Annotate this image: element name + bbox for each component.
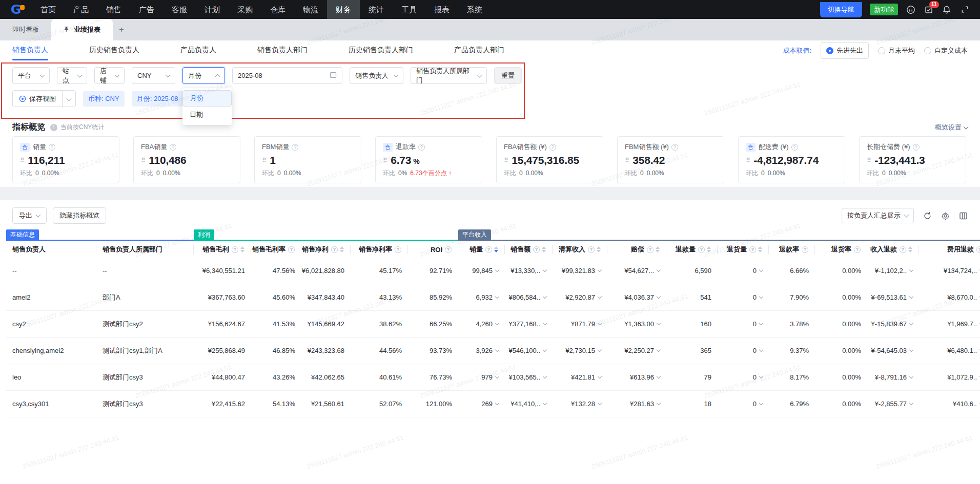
expand-chevron-icon[interactable] <box>598 294 602 299</box>
save-view-dropdown[interactable] <box>62 91 75 107</box>
new-feature-button[interactable]: 新功能 <box>870 4 898 15</box>
column-header-收入退款[interactable]: 收入退款 <box>867 245 919 254</box>
filter-select-CNY[interactable]: CNY <box>132 67 175 84</box>
column-settings-icon[interactable] <box>959 212 968 220</box>
help-circle-icon[interactable] <box>549 144 556 151</box>
nav-item-计划[interactable]: 计划 <box>196 0 229 19</box>
expand-chevron-icon[interactable] <box>598 268 602 272</box>
expand-chevron-icon[interactable] <box>543 294 547 299</box>
nav-item-销售[interactable]: 销售 <box>97 0 130 19</box>
nav-item-物流[interactable]: 物流 <box>294 0 327 19</box>
drag-handle-icon[interactable]: ⠿ <box>20 157 25 164</box>
nav-item-财务[interactable]: 财务 <box>327 0 360 19</box>
filter-select-销售负责人[interactable]: 销售负责人 <box>350 67 403 84</box>
subtab-历史销售负责人部门[interactable]: 历史销售负责人部门 <box>349 40 413 60</box>
expand-chevron-icon[interactable] <box>598 348 602 352</box>
nav-item-广告[interactable]: 广告 <box>130 0 163 19</box>
drag-handle-icon[interactable]: ⠿ <box>383 157 387 164</box>
expand-chevron-icon[interactable] <box>543 321 547 325</box>
menu-option-月份[interactable]: 月份 <box>182 90 232 107</box>
help-circle-icon[interactable] <box>976 246 980 253</box>
table-row-3[interactable]: chensiying,amei2测试部门csy1,部门A¥255,868.494… <box>6 338 980 364</box>
cost-option-月末平均[interactable]: 月末平均 <box>878 42 915 59</box>
expand-chevron-icon[interactable] <box>598 321 602 325</box>
switch-nav-button[interactable]: 切换导航 <box>820 2 862 17</box>
nav-item-产品[interactable]: 产品 <box>65 0 97 19</box>
expand-chevron-icon[interactable] <box>759 268 763 272</box>
help-circle-icon[interactable] <box>533 246 540 253</box>
filter-select-平台[interactable]: 平台 <box>12 67 50 84</box>
help-circle-icon[interactable] <box>232 246 238 253</box>
sort-icons[interactable] <box>758 246 762 252</box>
expand-chevron-icon[interactable] <box>759 374 763 378</box>
subtab-产品负责人部门[interactable]: 产品负责人部门 <box>454 40 504 60</box>
drag-handle-icon[interactable]: ⠿ <box>262 157 267 164</box>
help-circle-icon[interactable] <box>854 246 861 253</box>
column-header-销售毛利[interactable]: 销售毛利 <box>194 245 251 254</box>
column-header-退款率[interactable]: 退款率 <box>769 245 815 254</box>
column-header-销售额[interactable]: 销售额 <box>505 245 553 254</box>
expand-chevron-icon[interactable] <box>543 374 547 378</box>
help-circle-icon[interactable] <box>418 144 425 151</box>
nav-item-报表[interactable]: 报表 <box>425 0 458 19</box>
help-circle-icon[interactable] <box>900 246 906 253</box>
subtab-产品负责人[interactable]: 产品负责人 <box>180 40 216 60</box>
help-circle-icon[interactable] <box>698 246 705 253</box>
sort-icons[interactable] <box>494 246 498 252</box>
drag-handle-icon[interactable]: ⠿ <box>746 157 750 164</box>
settings-gear-icon[interactable] <box>941 212 950 220</box>
expand-chevron-icon[interactable] <box>909 321 913 325</box>
granularity-select[interactable]: 月份 <box>182 67 225 84</box>
drag-handle-icon[interactable]: ⠿ <box>625 157 629 164</box>
menu-option-日期[interactable]: 日期 <box>182 107 232 123</box>
hide-overview-button[interactable]: 隐藏指标概览 <box>53 207 106 224</box>
table-row-4[interactable]: leo测试部门csy3¥44,800.4743.26%¥42,062.6540.… <box>6 364 980 391</box>
help-circle-icon[interactable] <box>395 246 401 253</box>
expand-chevron-icon[interactable] <box>759 294 763 299</box>
column-header-退货量[interactable]: 退货量 <box>718 245 769 254</box>
help-circle-icon[interactable] <box>49 144 55 151</box>
expand-chevron-icon[interactable] <box>759 401 763 405</box>
fullscreen-icon[interactable] <box>959 5 970 15</box>
workspace-tab-即时看板[interactable]: 即时看板 <box>0 19 51 40</box>
column-header-退款量[interactable]: 退款量 <box>666 245 718 254</box>
expand-chevron-icon[interactable] <box>909 374 913 378</box>
sort-icons[interactable] <box>908 246 912 252</box>
expand-chevron-icon[interactable] <box>657 348 661 352</box>
overview-settings-button[interactable]: 概览设置 <box>935 123 968 132</box>
sort-icons[interactable] <box>240 246 244 252</box>
column-header-销售负责人[interactable]: 销售负责人 <box>6 245 96 254</box>
expand-chevron-icon[interactable] <box>759 321 763 325</box>
expand-chevron-icon[interactable] <box>543 401 547 405</box>
nav-item-客服[interactable]: 客服 <box>163 0 196 19</box>
column-header-销量[interactable]: 销量 <box>458 245 505 254</box>
help-circle-icon[interactable] <box>749 246 756 253</box>
expand-chevron-icon[interactable] <box>543 268 547 272</box>
nav-item-工具[interactable]: 工具 <box>393 0 425 19</box>
help-circle-icon[interactable] <box>288 246 295 253</box>
nav-item-系统[interactable]: 系统 <box>458 0 491 19</box>
sort-icons[interactable] <box>340 246 344 252</box>
tasks-icon[interactable]: 11 <box>924 5 934 15</box>
table-row-5[interactable]: csy3,csy301测试部门csy3¥22,415.6254.13%¥21,5… <box>6 391 980 417</box>
help-circle-icon[interactable] <box>791 144 798 151</box>
help-circle-icon[interactable] <box>647 246 654 253</box>
expand-chevron-icon[interactable] <box>495 321 499 325</box>
table-row-0[interactable]: ----¥6,340,551.2147.56%¥6,021,828.8045.1… <box>6 258 980 284</box>
expand-chevron-icon[interactable] <box>759 348 763 352</box>
column-header-销售净利[interactable]: 销售净利 <box>301 245 351 254</box>
workspace-tab-业绩报表[interactable]: 业绩报表 <box>51 19 113 40</box>
expand-chevron-icon[interactable] <box>495 401 499 405</box>
expand-chevron-icon[interactable] <box>657 294 661 299</box>
add-tab-button[interactable]: + <box>113 19 130 40</box>
drag-handle-icon[interactable]: ⠿ <box>867 157 871 164</box>
reset-button[interactable]: 重置 <box>494 67 522 84</box>
column-header-销售毛利率[interactable]: 销售毛利率 <box>251 245 301 254</box>
expand-chevron-icon[interactable] <box>909 348 913 352</box>
help-circle-icon[interactable] <box>671 144 678 151</box>
column-header-销售净利率[interactable]: 销售净利率 <box>351 245 408 254</box>
subtab-销售负责人[interactable]: 销售负责人 <box>12 40 48 60</box>
nav-item-采购[interactable]: 采购 <box>229 0 261 19</box>
refresh-icon[interactable] <box>923 212 932 220</box>
bell-icon[interactable] <box>942 5 952 15</box>
